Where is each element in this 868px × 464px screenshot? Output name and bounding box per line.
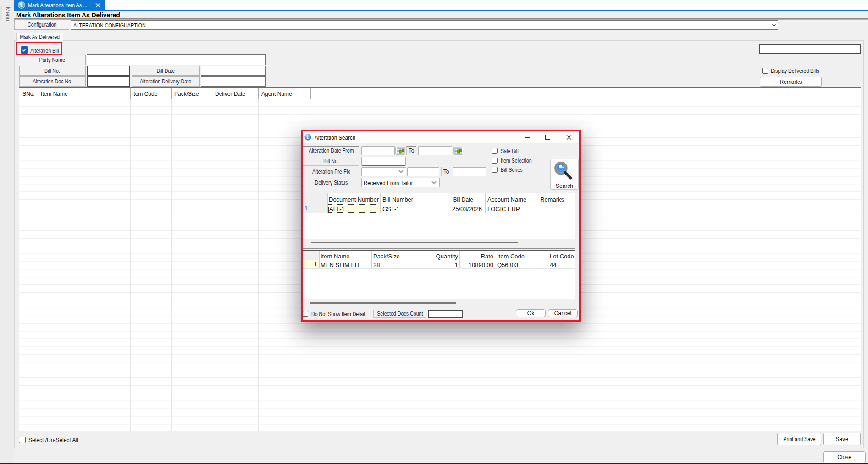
svg-text:L: L [306, 135, 310, 140]
svg-text:L: L [20, 3, 23, 8]
